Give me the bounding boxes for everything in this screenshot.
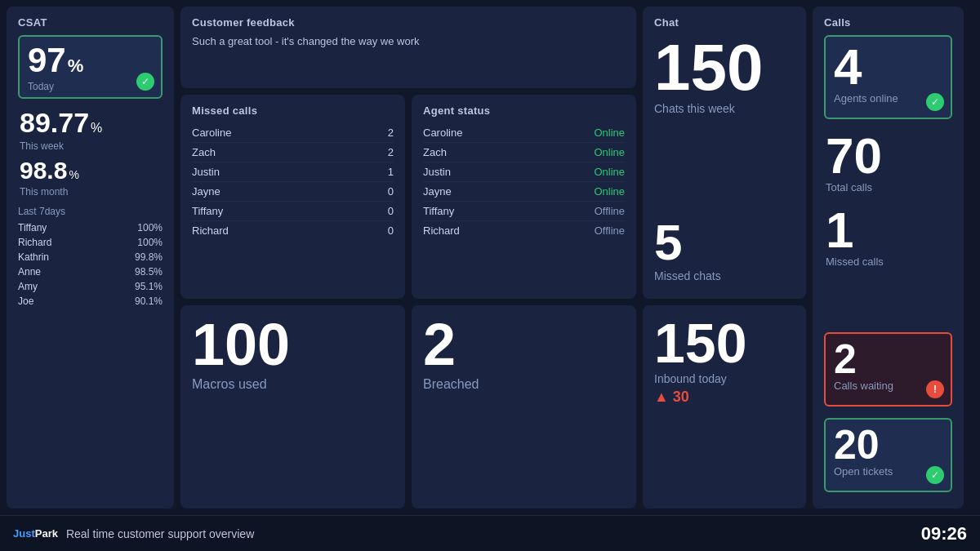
missed-agent-count: 0 bbox=[388, 185, 394, 198]
feedback-card: Customer feedback Such a great tool - it… bbox=[180, 7, 636, 88]
agent-status-row: JayneOnline bbox=[423, 182, 625, 202]
missed-agent-name: Justin bbox=[192, 166, 220, 178]
csat-today-value: 97 bbox=[28, 42, 66, 79]
csat-agent-name: Joe bbox=[18, 295, 33, 307]
csat-agent-pct: 99.8% bbox=[135, 251, 163, 263]
csat-agent-name: Richard bbox=[18, 237, 51, 248]
agents-online-check-icon: ✓ bbox=[926, 93, 944, 111]
missed-call-row: Tiffany0 bbox=[192, 202, 394, 221]
status-agent-value: Online bbox=[594, 185, 625, 198]
calls-waiting-value: 2 bbox=[834, 339, 942, 380]
open-tickets-check-icon: ✓ bbox=[926, 466, 944, 484]
csat-agent-name: Tiffany bbox=[18, 222, 47, 233]
missed-chats-label: Missed chats bbox=[654, 269, 795, 282]
breached-card: 2 Breached bbox=[412, 305, 636, 509]
status-agent-value: Offline bbox=[595, 224, 625, 237]
macros-value: 100 bbox=[192, 315, 394, 374]
csat-agent-row: Richard100% bbox=[18, 235, 163, 250]
status-agent-name: Richard bbox=[423, 224, 460, 237]
calls-card: Calls 4 Agents online ✓ 70 Total calls 1… bbox=[813, 7, 964, 509]
footer-time: 09:26 bbox=[921, 523, 967, 544]
open-tickets-block: 20 Open tickets ✓ bbox=[824, 418, 952, 492]
agent-list: Tiffany100%Richard100%Kathrin99.8%Anne98… bbox=[18, 220, 163, 309]
agent-status-row: ZachOnline bbox=[423, 143, 625, 162]
total-calls-value: 70 bbox=[826, 131, 951, 181]
csat-card: CSAT 97 % Today ✓ 89.77 % This week 98.8… bbox=[7, 7, 174, 509]
inbound-trend: ▲ 30 bbox=[654, 389, 795, 406]
csat-week-value: 89.77 bbox=[20, 107, 89, 139]
csat-week-suffix: % bbox=[91, 121, 102, 136]
brand-just: Just bbox=[13, 527, 35, 540]
chat-title: Chat bbox=[654, 16, 795, 29]
csat-agent-pct: 100% bbox=[137, 222, 163, 233]
agent-status-row: TiffanyOffline bbox=[423, 202, 625, 221]
csat-title: CSAT bbox=[18, 16, 163, 29]
missed-agent-name: Tiffany bbox=[192, 205, 223, 217]
missed-agent-name: Richard bbox=[192, 224, 229, 237]
feedback-title: Customer feedback bbox=[192, 16, 625, 29]
csat-agent-row: Tiffany100% bbox=[18, 220, 163, 235]
missed-call-row: Zach2 bbox=[192, 143, 394, 162]
csat-month-label: This month bbox=[20, 186, 163, 198]
breached-label: Breached bbox=[423, 377, 625, 392]
csat-today-label: Today bbox=[28, 81, 153, 92]
csat-agent-name: Amy bbox=[18, 281, 38, 292]
macros-label: Macros used bbox=[192, 377, 394, 392]
missed-call-row: Caroline2 bbox=[192, 123, 394, 143]
missed-calls-label: Missed calls bbox=[826, 256, 951, 268]
brand-logo: JustPark bbox=[13, 527, 58, 540]
status-agent-name: Caroline bbox=[423, 127, 462, 139]
csat-agent-row: Anne98.5% bbox=[18, 264, 163, 279]
agent-status-title: Agent status bbox=[423, 104, 625, 117]
agent-status-card: Agent status CarolineOnlineZachOnlineJus… bbox=[412, 95, 636, 299]
missed-agent-name: Zach bbox=[192, 146, 216, 158]
macros-card: 100 Macros used bbox=[180, 305, 405, 509]
brand-park: Park bbox=[35, 527, 58, 540]
csat-agent-row: Kathrin99.8% bbox=[18, 250, 163, 264]
csat-agent-name: Anne bbox=[18, 266, 41, 278]
csat-agent-name: Kathrin bbox=[18, 251, 49, 263]
missed-call-row: Justin1 bbox=[192, 162, 394, 182]
missed-calls-value: 1 bbox=[826, 205, 951, 256]
status-agent-name: Justin bbox=[423, 166, 451, 178]
csat-today-suffix: % bbox=[68, 56, 84, 77]
chat-weekly-label: Chats this week bbox=[654, 102, 795, 115]
chat-weekly-value: 150 bbox=[654, 35, 795, 100]
csat-month-value: 98.8 bbox=[20, 157, 67, 184]
status-agent-value: Online bbox=[594, 146, 625, 158]
csat-agent-row: Amy95.1% bbox=[18, 279, 163, 294]
missed-agent-count: 0 bbox=[388, 205, 394, 217]
missed-chats-value: 5 bbox=[654, 217, 795, 268]
missed-agent-name: Jayne bbox=[192, 185, 220, 198]
csat-agent-pct: 90.1% bbox=[135, 295, 163, 307]
last7-label: Last 7days bbox=[18, 206, 163, 217]
csat-today-block: 97 % Today ✓ bbox=[18, 35, 163, 99]
csat-month-suffix: % bbox=[69, 168, 78, 181]
status-agent-name: Zach bbox=[423, 146, 447, 158]
status-agent-name: Jayne bbox=[423, 185, 452, 198]
footer: JustPark Real time customer support over… bbox=[0, 515, 980, 551]
csat-agent-pct: 100% bbox=[137, 237, 163, 248]
chat-card: Chat 150 Chats this week 5 Missed chats bbox=[643, 7, 806, 299]
open-tickets-value: 20 bbox=[834, 424, 942, 465]
inbound-value: 150 bbox=[654, 315, 795, 371]
status-agent-value: Offline bbox=[595, 205, 625, 217]
csat-week-label: This week bbox=[20, 140, 163, 152]
missed-calls-card-title: Missed calls bbox=[192, 104, 394, 117]
footer-title: Real time customer support overview bbox=[66, 527, 254, 540]
agents-online-value: 4 bbox=[834, 42, 942, 92]
csat-agent-pct: 95.1% bbox=[135, 281, 163, 292]
calls-waiting-block: 2 Calls waiting ! bbox=[824, 332, 952, 407]
breached-value: 2 bbox=[423, 315, 625, 374]
status-agent-value: Online bbox=[594, 166, 625, 178]
feedback-text: Such a great tool - it's changed the way… bbox=[192, 35, 625, 47]
status-agent-name: Tiffany bbox=[423, 205, 454, 217]
csat-agent-row: Joe90.1% bbox=[18, 294, 163, 309]
missed-agent-count: 1 bbox=[388, 166, 394, 178]
missed-call-row: Richard0 bbox=[192, 221, 394, 240]
calls-title: Calls bbox=[824, 16, 952, 29]
missed-agent-count: 2 bbox=[388, 146, 394, 158]
missed-agent-count: 0 bbox=[388, 224, 394, 237]
missed-calls-card: Missed calls Caroline2Zach2Justin1Jayne0… bbox=[180, 95, 405, 299]
agent-status-row: RichardOffline bbox=[423, 221, 625, 240]
